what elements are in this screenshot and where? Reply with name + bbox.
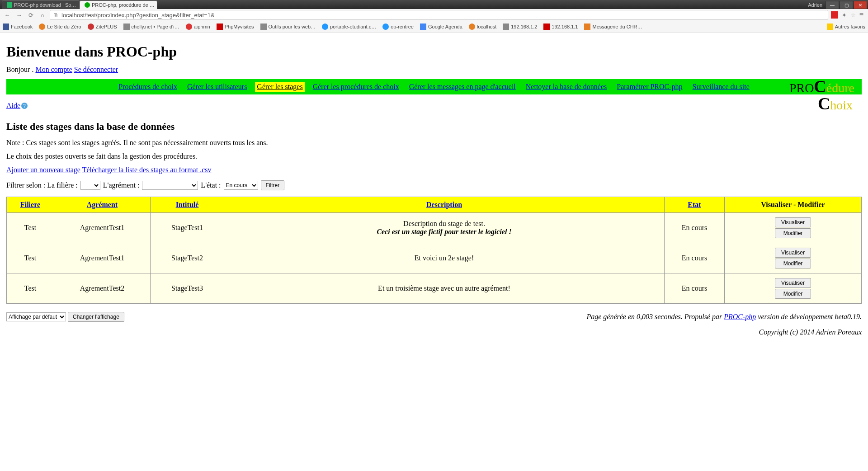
help-icon: ? [21, 103, 28, 109]
logo-text: C [814, 77, 826, 96]
bookmark-item[interactable]: aiphmn [186, 24, 210, 30]
address-bar[interactable]: 🗎 localhost/test/proc/index.php?gestion_… [50, 10, 828, 20]
browser-tab-1[interactable]: PROC-php, procédure de … × [80, 0, 157, 9]
greeting-line: Bonjour . Mon compte Se déconnecter [6, 66, 862, 74]
cell-etat: En cours [665, 243, 725, 273]
window-minimize-button[interactable]: — [826, 1, 839, 9]
edit-button[interactable]: Modifier [775, 289, 811, 299]
app-logo: PROCédure Choix [789, 78, 854, 112]
filter-button[interactable]: Filtrer [261, 180, 285, 190]
tab-title: PROC-php download | So… [14, 2, 76, 8]
cell-agrement: AgrementTest1 [54, 213, 151, 243]
browser-tab-0[interactable]: PROC-php download | So… [2, 0, 80, 9]
agrement-select[interactable] [142, 181, 198, 190]
bookmark-item[interactable]: Messagerie du CHR… [584, 24, 642, 30]
nav-parametrer[interactable]: Paramétrer PROC-php [615, 82, 684, 92]
bookmark-favicon-icon [260, 24, 267, 30]
add-stage-link[interactable]: Ajouter un nouveau stage [6, 166, 80, 174]
my-account-link[interactable]: Mon compte [35, 66, 72, 73]
bookmark-item[interactable]: 192.168.1.1 [543, 24, 578, 30]
copyright: Copyright (c) 2014 Adrien Poreaux [6, 328, 862, 336]
cell-intitule: StageTest2 [151, 243, 224, 273]
bookmark-item[interactable]: Le Site du Zéro [39, 24, 81, 30]
edit-button[interactable]: Modifier [775, 228, 811, 238]
bookmark-favicon-icon [322, 24, 328, 30]
edit-button[interactable]: Modifier [775, 259, 811, 268]
col-intitule[interactable]: Intitulé [176, 201, 199, 208]
logo-text: hoix [830, 98, 853, 112]
translate-icon[interactable]: ✦ [842, 12, 847, 19]
logo-text: C [818, 94, 830, 113]
favicon-icon [85, 2, 90, 8]
main-nav: Procédures de choix Gérer les utilisateu… [6, 79, 862, 94]
generation-info: Page générée en 0,003 secondes. Propulsé… [586, 313, 862, 321]
bookmark-label: 192.168.1.2 [511, 24, 537, 29]
nav-nettoyer-bdd[interactable]: Nettoyer la base de données [524, 82, 609, 92]
nav-procedures-choix[interactable]: Procédures de choix [117, 82, 179, 92]
nav-gerer-messages[interactable]: Gérer les messages en page d'accueil [407, 82, 518, 92]
view-button[interactable]: Visualiser [775, 278, 811, 288]
chrome-menu-button[interactable]: ≡ [859, 11, 863, 19]
bookmark-item[interactable]: portable-etudiant.c… [322, 24, 376, 30]
nav-gerer-utilisateurs[interactable]: Gérer les utilisateurs [185, 82, 249, 92]
cell-description: Et voici un 2e stage! [224, 243, 665, 273]
bookmark-favicon-icon [39, 24, 45, 30]
filter-label: L'agrément : [103, 181, 140, 189]
logout-link[interactable]: Se déconnecter [74, 66, 118, 73]
cell-actions: VisualiserModifier [725, 243, 862, 273]
bookmark-item[interactable]: Google Agenda [420, 24, 462, 30]
bookmark-favicon-icon [3, 24, 9, 30]
extension-icon[interactable] [831, 11, 838, 19]
col-etat[interactable]: Etat [688, 201, 701, 208]
bookmark-label: Facebook [11, 24, 33, 29]
page-info-icon[interactable]: 🗎 [53, 12, 59, 19]
bookmark-item[interactable]: localhost [469, 24, 496, 30]
download-csv-link[interactable]: Télécharger la liste des stages au forma… [82, 166, 212, 174]
help-link[interactable]: Aide ? [6, 102, 28, 110]
bookmark-item[interactable]: chelly.net • Page d'i… [123, 24, 179, 30]
view-button[interactable]: Visualiser [775, 248, 811, 258]
bookmark-label: Autres favoris [835, 24, 865, 29]
change-display-button[interactable]: Changer l'affichage [68, 312, 124, 322]
col-description[interactable]: Description [426, 201, 462, 208]
window-close-button[interactable]: ✕ [854, 1, 867, 9]
cell-description: Description du stage de test.Ceci est un… [224, 213, 665, 243]
bookmark-label: op-rentree [391, 24, 414, 29]
window-maximize-button[interactable]: ▢ [840, 1, 853, 9]
back-button[interactable]: ← [3, 10, 12, 19]
cell-etat: En cours [665, 273, 725, 304]
bookmark-label: ZitePLUS [96, 24, 117, 29]
bookmark-label: aiphmn [194, 24, 210, 29]
bookmark-item[interactable]: 192.168.1.2 [503, 24, 537, 30]
reload-button[interactable]: ⟳ [26, 10, 35, 19]
other-bookmarks-button[interactable]: Autres favoris [827, 24, 865, 30]
bookmark-item[interactable]: op-rentree [382, 24, 414, 30]
etat-select[interactable]: En cours [224, 181, 258, 190]
view-button[interactable]: Visualiser [775, 217, 811, 227]
bookmark-item[interactable]: Outils pour les web… [260, 24, 316, 30]
home-button[interactable]: ⌂ [38, 10, 47, 19]
bookmark-item[interactable]: PhpMyvisites [217, 24, 254, 30]
display-mode-select[interactable]: Affichage par défaut [6, 312, 66, 321]
bookmark-label: portable-etudiant.c… [330, 24, 376, 29]
proc-php-link[interactable]: PROC-php [724, 313, 756, 320]
nav-gerer-procedures[interactable]: Gérer les procédures de choix [311, 82, 401, 92]
filiere-select[interactable] [80, 181, 100, 190]
filter-label: L'état : [201, 181, 221, 189]
bookmark-item[interactable]: ZitePLUS [88, 24, 117, 30]
bookmark-item[interactable]: Facebook [3, 24, 33, 30]
bookmark-label: Messagerie du CHR… [592, 24, 642, 29]
col-agrement[interactable]: Agrément [87, 201, 118, 208]
bookmark-star-icon[interactable]: ☆ [850, 12, 856, 19]
bookmark-label: 192.168.1.1 [552, 24, 578, 29]
nav-surveillance[interactable]: Surveillance du site [691, 82, 751, 92]
gen-text: Page générée en 0,003 secondes. Propulsé… [586, 313, 724, 320]
nav-gerer-stages[interactable]: Gérer les stages [255, 82, 304, 92]
page-title: Bienvenue dans PROC-php [6, 43, 862, 60]
cell-agrement: AgrementTest1 [54, 243, 151, 273]
forward-button[interactable]: → [14, 10, 24, 19]
help-label[interactable]: Aide [6, 102, 20, 110]
gen-text: version de développement beta0.19. [756, 313, 862, 320]
favicon-icon [7, 2, 12, 8]
col-filiere[interactable]: Filiere [20, 201, 40, 208]
